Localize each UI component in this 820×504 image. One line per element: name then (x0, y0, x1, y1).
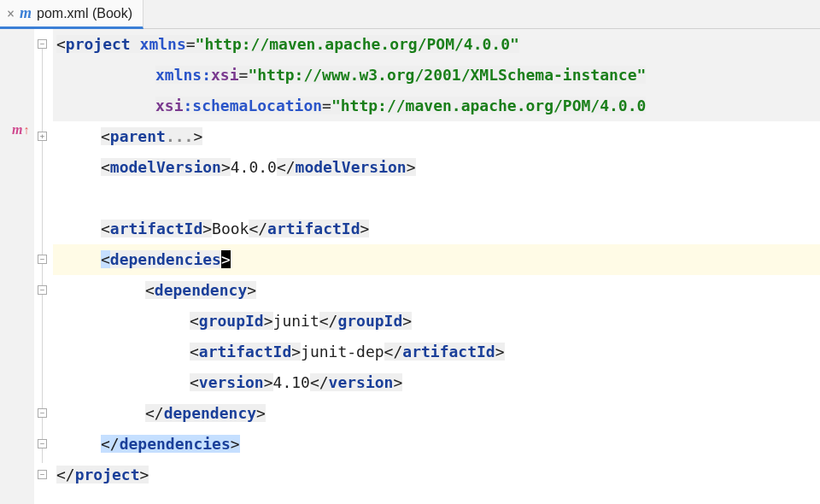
code-line[interactable]: </dependencies> (53, 429, 820, 460)
fold-toggle-parent[interactable]: + (38, 132, 47, 141)
code-line[interactable] (53, 183, 820, 214)
code-line[interactable]: <groupId>junit</groupId> (53, 306, 820, 337)
code-line[interactable]: <artifactId>Book</artifactId> (53, 214, 820, 244)
gutter: m↑ (0, 29, 34, 504)
code-line[interactable]: <version>4.10</version> (53, 367, 820, 398)
close-icon[interactable]: × (7, 6, 15, 21)
code-line[interactable]: <artifactId>junit-dep</artifactId> (53, 337, 820, 367)
fold-column: − + − − − − − (34, 29, 53, 504)
code-line[interactable]: xsi:schemaLocation="http://maven.apache.… (53, 91, 820, 121)
code-line[interactable]: <parent...> (53, 121, 820, 152)
maven-icon: m (20, 4, 32, 22)
fold-toggle-deps[interactable]: − (38, 255, 47, 264)
tab-bar: × m pom.xml (Book) (0, 0, 820, 29)
code-line[interactable]: </dependency> (53, 398, 820, 429)
text-cursor: > (221, 250, 231, 268)
fold-end-dep[interactable]: − (38, 408, 47, 418)
editor: m↑ − + − − − − − <project xmlns="http://… (0, 29, 820, 504)
editor-tab[interactable]: × m pom.xml (Book) (0, 0, 144, 29)
fold-toggle-dep[interactable]: − (38, 285, 47, 295)
code-line[interactable]: xmlns:xsi="http://www.w3.org/2001/XMLSch… (53, 60, 820, 91)
fold-end-deps[interactable]: − (38, 439, 47, 448)
code-line[interactable]: <project xmlns="http://maven.apache.org/… (53, 29, 820, 60)
fold-toggle[interactable]: − (38, 39, 47, 49)
code-line-current[interactable]: <dependencies> (53, 244, 820, 275)
fold-end-project[interactable]: − (38, 470, 47, 479)
code-line[interactable]: </project> (53, 460, 820, 490)
tab-label: pom.xml (Book) (37, 6, 132, 21)
maven-gutter-icon[interactable]: m↑ (12, 122, 29, 138)
code-area[interactable]: <project xmlns="http://maven.apache.org/… (53, 29, 820, 504)
code-line[interactable]: <modelVersion>4.0.0</modelVersion> (53, 152, 820, 183)
code-line[interactable]: <dependency> (53, 275, 820, 306)
